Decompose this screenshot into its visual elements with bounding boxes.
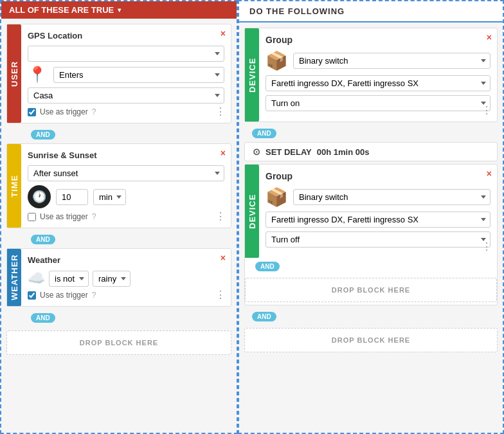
right-header: DO THE FOLLOWING bbox=[239, 1, 503, 23]
group1-turnon-select[interactable]: Turn on bbox=[266, 95, 491, 111]
and-right-3-wrap: AND bbox=[244, 308, 498, 325]
weather-isnot-select[interactable]: is not bbox=[49, 271, 89, 287]
right-body: DEVICE × Group 📦 Binary switch Faretti i… bbox=[239, 23, 503, 433]
side-label-user: USER bbox=[7, 24, 21, 123]
sunrise-condition-block: TIME × Sunrise & Sunset After sunset 🕐 m bbox=[6, 143, 231, 228]
gps-trigger-row: Use as trigger ? bbox=[28, 107, 224, 116]
nested-drop-block[interactable]: DROP BLOCK HERE bbox=[245, 278, 497, 302]
left-body: USER × GPS Location 📍 Enters bbox=[1, 19, 237, 433]
sunrise-trigger-help[interactable]: ? bbox=[92, 212, 96, 221]
group1-content: × Group 📦 Binary switch Faretti ingresso… bbox=[259, 28, 497, 122]
group2-turnoff-select[interactable]: Turn off bbox=[266, 231, 491, 248]
close-gps-button[interactable]: × bbox=[221, 28, 226, 39]
gps-menu-icon[interactable]: ⋮ bbox=[215, 105, 226, 118]
chevron-down-icon: ▾ bbox=[118, 6, 121, 14]
group1-block: DEVICE × Group 📦 Binary switch Faretti i… bbox=[244, 28, 498, 122]
nested-block: DEVICE × Group 📦 Binary switch Faretti i… bbox=[244, 164, 498, 305]
group1-faretti-select[interactable]: Faretti ingresso DX, Faretti ingresso SX bbox=[266, 75, 491, 91]
set-delay-value: 00h 1min 00s bbox=[317, 147, 370, 157]
gps-select-row-1 bbox=[28, 46, 224, 62]
weather-trigger-help[interactable]: ? bbox=[92, 291, 96, 300]
gps-content: × GPS Location 📍 Enters Casa bbox=[21, 24, 231, 123]
all-these-true-label: ALL OF THESE ARE TRUE bbox=[9, 5, 114, 15]
weather-title: Weather bbox=[28, 255, 224, 265]
and-right-1: AND bbox=[252, 129, 276, 138]
group1-side-label: DEVICE bbox=[245, 28, 259, 122]
right-drop-block[interactable]: DROP BLOCK HERE bbox=[244, 328, 498, 352]
group1-binary-select[interactable]: Binary switch bbox=[293, 53, 491, 69]
sunrise-trigger-checkbox[interactable] bbox=[28, 213, 36, 221]
group1-device-icon: 📦 bbox=[266, 50, 288, 71]
close-group1-button[interactable]: × bbox=[487, 32, 492, 42]
gps-condition-block: USER × GPS Location 📍 Enters bbox=[6, 24, 231, 123]
sunrise-select-row: After sunset bbox=[28, 165, 224, 181]
gps-select-1[interactable] bbox=[28, 46, 224, 62]
side-label-weather: WEATHER bbox=[7, 249, 21, 306]
cloud-icon: ☁️ bbox=[28, 270, 45, 287]
clock-icon: 🕐 bbox=[28, 185, 51, 208]
gps-casa-select[interactable]: Casa bbox=[28, 87, 224, 104]
sunrise-value-input[interactable] bbox=[56, 189, 88, 205]
close-weather-button[interactable]: × bbox=[221, 253, 226, 263]
gps-casa-row: Casa bbox=[28, 87, 224, 104]
and-connector-1-wrap: AND bbox=[6, 126, 231, 143]
sunrise-unit-select[interactable]: min bbox=[93, 189, 126, 205]
weather-icon-row: ☁️ is not rainy bbox=[28, 270, 224, 287]
and-connector-3-wrap: AND bbox=[6, 309, 231, 327]
weather-content: × Weather ☁️ is not rainy Use as trigger… bbox=[21, 249, 231, 306]
group2-side-label: DEVICE bbox=[245, 165, 259, 258]
group2-faretti-row: Faretti ingresso DX, Faretti ingresso SX bbox=[266, 212, 491, 228]
side-label-time: TIME bbox=[7, 144, 21, 228]
group2-content: × Group 📦 Binary switch Faretti ingresso… bbox=[259, 165, 497, 258]
group1-turnon-row: Turn on bbox=[266, 95, 491, 111]
and-right-2: AND bbox=[255, 262, 280, 271]
group2-binary-select[interactable]: Binary switch bbox=[293, 189, 491, 205]
and-connector-3: AND bbox=[31, 313, 55, 323]
and-connector-1: AND bbox=[31, 130, 55, 140]
and-right-3: AND bbox=[252, 312, 276, 321]
group2-turnoff-row: Turn off bbox=[266, 231, 491, 248]
group1-faretti-row: Faretti ingresso DX, Faretti ingresso SX bbox=[266, 75, 491, 91]
close-sunrise-button[interactable]: × bbox=[221, 148, 226, 158]
set-delay-bar: ⊙ SET DELAY 00h 1min 00s bbox=[244, 142, 498, 161]
weather-condition-block: WEATHER × Weather ☁️ is not rainy Use as… bbox=[6, 248, 231, 307]
group1-title: Group bbox=[266, 35, 491, 45]
left-panel: ALL OF THESE ARE TRUE ▾ USER × GPS Locat… bbox=[0, 0, 238, 434]
group2-block: DEVICE × Group 📦 Binary switch Faretti i… bbox=[245, 165, 497, 258]
all-these-true-header[interactable]: ALL OF THESE ARE TRUE ▾ bbox=[1, 1, 237, 19]
sunrise-select[interactable]: After sunset bbox=[28, 165, 224, 181]
weather-trigger-checkbox[interactable] bbox=[28, 291, 36, 300]
group2-title: Group bbox=[266, 171, 491, 181]
and-connector-2: AND bbox=[31, 235, 55, 244]
close-group2-button[interactable]: × bbox=[487, 168, 492, 179]
sunrise-menu-icon[interactable]: ⋮ bbox=[215, 210, 226, 222]
weather-menu-icon[interactable]: ⋮ bbox=[215, 289, 226, 301]
set-delay-label: SET DELAY bbox=[266, 147, 312, 157]
right-panel: DO THE FOLLOWING DEVICE × Group 📦 Binary… bbox=[238, 0, 504, 434]
group2-device-icon: 📦 bbox=[266, 186, 288, 208]
group2-faretti-select[interactable]: Faretti ingresso DX, Faretti ingresso SX bbox=[266, 212, 491, 228]
weather-rainy-select[interactable]: rainy bbox=[93, 271, 130, 287]
group1-device-row: 📦 Binary switch bbox=[266, 50, 491, 71]
location-pin-icon: 📍 bbox=[28, 66, 47, 84]
gps-icon-row: 📍 Enters bbox=[28, 66, 224, 84]
sunrise-trigger-label: Use as trigger bbox=[40, 212, 88, 221]
and-right-2-wrap: AND bbox=[245, 258, 497, 275]
clock-row: 🕐 min bbox=[28, 185, 224, 208]
and-right-1-wrap: AND bbox=[244, 125, 498, 142]
gps-trigger-help[interactable]: ? bbox=[92, 107, 96, 116]
group2-menu-icon[interactable]: ⋮ bbox=[482, 240, 492, 253]
sunrise-content: × Sunrise & Sunset After sunset 🕐 min bbox=[21, 144, 231, 228]
weather-trigger-row: Use as trigger ? bbox=[28, 291, 224, 300]
and-connector-2-wrap: AND bbox=[6, 231, 231, 248]
group2-device-row: 📦 Binary switch bbox=[266, 186, 491, 208]
sunrise-title: Sunrise & Sunset bbox=[28, 150, 224, 160]
clock-set-delay-icon: ⊙ bbox=[253, 147, 260, 157]
clock-face-icon: 🕐 bbox=[32, 190, 46, 204]
sunrise-trigger-row: Use as trigger ? bbox=[28, 212, 224, 221]
gps-enters-select[interactable]: Enters bbox=[53, 67, 224, 83]
gps-trigger-label: Use as trigger bbox=[40, 107, 88, 116]
group1-menu-icon[interactable]: ⋮ bbox=[482, 104, 492, 116]
left-drop-block[interactable]: DROP BLOCK HERE bbox=[6, 330, 231, 355]
gps-trigger-checkbox[interactable] bbox=[28, 108, 36, 116]
